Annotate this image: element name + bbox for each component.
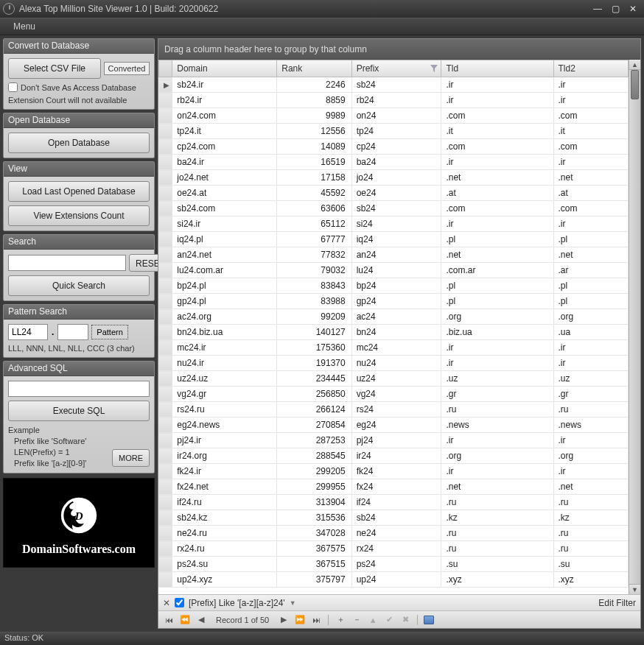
row-handle[interactable]: [159, 325, 172, 340]
view-ext-count-button[interactable]: View Extensions Count: [8, 205, 150, 226]
dont-save-checkbox-input[interactable]: [8, 82, 18, 92]
table-row[interactable]: cp24.com14089cp24.com.com: [159, 139, 629, 155]
table-row[interactable]: if24.ru313904if24.ru.ru: [159, 495, 629, 510]
filter-dropdown-icon[interactable]: ▼: [290, 599, 296, 607]
table-row[interactable]: pj24.ir287253pj24.ir.ir: [159, 433, 629, 448]
nav-prevpage-icon[interactable]: ⏪: [179, 615, 191, 624]
load-last-db-button[interactable]: Load Last Opened Database: [8, 181, 150, 202]
nav-commit-icon[interactable]: ✔: [383, 615, 395, 624]
nav-first-icon[interactable]: ⏮: [163, 616, 175, 624]
table-row[interactable]: rx24.ru367575rx24.ru.ru: [159, 541, 629, 557]
search-input[interactable]: [8, 255, 126, 271]
table-row[interactable]: rb24.ir8859rb24.ir.ir: [159, 93, 629, 108]
close-button[interactable]: ✕: [625, 3, 641, 15]
table-row[interactable]: rs24.ru266124rs24.ru.ru: [159, 402, 629, 417]
table-row[interactable]: bp24.pl83843bp24.pl.pl: [159, 278, 629, 294]
row-handle[interactable]: [159, 155, 172, 170]
row-handle[interactable]: [159, 232, 172, 247]
filter-enabled-checkbox[interactable]: [175, 598, 184, 607]
row-handle[interactable]: [159, 356, 172, 371]
filter-close-icon[interactable]: ✕: [163, 598, 170, 608]
row-handle[interactable]: [159, 124, 172, 139]
row-handle[interactable]: [159, 464, 172, 479]
row-handle[interactable]: [159, 448, 172, 464]
row-handle[interactable]: [159, 510, 172, 526]
table-row[interactable]: ir24.org288545ir24.org.org: [159, 448, 629, 464]
row-handle[interactable]: [159, 294, 172, 309]
nav-add-icon[interactable]: ＋: [335, 614, 346, 625]
nav-nextpage-icon[interactable]: ⏩: [294, 615, 306, 624]
nav-bookmark-icon[interactable]: [424, 616, 434, 624]
table-row[interactable]: an24.net77832an24.net.net: [159, 247, 629, 263]
table-row[interactable]: ne24.ru347028ne24.ru.ru: [159, 526, 629, 541]
row-handle[interactable]: [159, 572, 172, 588]
row-handle[interactable]: [159, 340, 172, 356]
table-row[interactable]: iq24.pl67777iq24.pl.pl: [159, 232, 629, 247]
row-handle[interactable]: ▶: [159, 77, 172, 93]
row-handle[interactable]: [159, 108, 172, 124]
table-row[interactable]: nu24.ir191370nu24.ir.ir: [159, 356, 629, 371]
table-row[interactable]: sb24.com63606sb24.com.com: [159, 201, 629, 216]
row-handle[interactable]: [159, 526, 172, 541]
row-handle[interactable]: [159, 387, 172, 402]
row-handle[interactable]: [159, 216, 172, 232]
table-row[interactable]: up24.xyz375797up24.xyz.xyz: [159, 572, 629, 588]
column-header-rank[interactable]: Rank: [277, 60, 351, 77]
row-handle[interactable]: [159, 417, 172, 433]
quick-search-button[interactable]: Quick Search: [8, 275, 150, 296]
select-csv-button[interactable]: Select CSV File: [8, 58, 101, 79]
nav-cancel-icon[interactable]: ✖: [399, 615, 411, 624]
table-row[interactable]: jo24.net17158jo24.net.net: [159, 170, 629, 186]
table-row[interactable]: mc24.ir175360mc24.ir.ir: [159, 340, 629, 356]
row-handle[interactable]: [159, 402, 172, 417]
vertical-scrollbar[interactable]: ▲ ▼: [629, 60, 640, 594]
edit-filter-link[interactable]: Edit Filter: [598, 598, 636, 608]
row-handle[interactable]: [159, 139, 172, 155]
table-row[interactable]: ps24.su367515ps24.su.su: [159, 557, 629, 572]
row-handle[interactable]: [159, 278, 172, 294]
table-row[interactable]: fx24.net299955fx24.net.net: [159, 479, 629, 495]
row-handle[interactable]: [159, 247, 172, 263]
group-by-bar[interactable]: Drag a column header here to group by th…: [158, 39, 640, 60]
nav-last-icon[interactable]: ⏭: [310, 616, 322, 624]
row-handle[interactable]: [159, 479, 172, 495]
scroll-thumb[interactable]: [631, 70, 639, 99]
column-header-tld[interactable]: Tld: [441, 60, 553, 77]
nav-prev-icon[interactable]: ◀: [195, 615, 207, 624]
sql-input[interactable]: [8, 381, 150, 397]
table-row[interactable]: ba24.ir16519ba24.ir.ir: [159, 155, 629, 170]
table-row[interactable]: oe24.at45592oe24.at.at: [159, 186, 629, 201]
table-row[interactable]: bn24.biz.ua140127bn24.biz.ua.ua: [159, 325, 629, 340]
row-handle[interactable]: [159, 263, 172, 278]
column-header-domain[interactable]: Domain: [172, 60, 277, 77]
row-handle[interactable]: [159, 541, 172, 557]
table-row[interactable]: tp24.it12556tp24.it.it: [159, 124, 629, 139]
row-handle[interactable]: [159, 201, 172, 216]
minimize-button[interactable]: —: [589, 3, 606, 15]
scroll-up-icon[interactable]: ▲: [629, 60, 640, 70]
execute-sql-button[interactable]: Execute SQL: [8, 401, 150, 421]
table-row[interactable]: ac24.org99209ac24.org.org: [159, 309, 629, 325]
row-handle[interactable]: [159, 186, 172, 201]
table-row[interactable]: lu24.com.ar79032lu24.com.ar.ar: [159, 263, 629, 278]
pattern-input-1[interactable]: [8, 324, 48, 340]
row-handle[interactable]: [159, 371, 172, 387]
nav-next-icon[interactable]: ▶: [278, 615, 290, 624]
row-handle[interactable]: [159, 309, 172, 325]
filter-icon[interactable]: [430, 64, 438, 71]
row-handle[interactable]: [159, 557, 172, 572]
nav-remove-icon[interactable]: －: [351, 614, 363, 625]
row-handle[interactable]: [159, 495, 172, 510]
data-grid[interactable]: DomainRankPrefixTldTld2 ▶sb24.ir2246sb24…: [158, 60, 629, 594]
pattern-input-2[interactable]: [57, 324, 88, 340]
table-row[interactable]: gp24.pl83988gp24.pl.pl: [159, 294, 629, 309]
menu-main[interactable]: Menu: [7, 20, 41, 33]
scroll-down-icon[interactable]: ▼: [629, 584, 640, 594]
nav-edit-icon[interactable]: ▲: [367, 616, 379, 624]
column-header-tld2[interactable]: Tld2: [553, 60, 628, 77]
dont-save-checkbox[interactable]: Don't Save As Access Database: [8, 82, 150, 92]
row-handle[interactable]: [159, 170, 172, 186]
column-header-prefix[interactable]: Prefix: [351, 60, 441, 77]
table-row[interactable]: fk24.ir299205fk24.ir.ir: [159, 464, 629, 479]
table-row[interactable]: uz24.uz234445uz24.uz.uz: [159, 371, 629, 387]
